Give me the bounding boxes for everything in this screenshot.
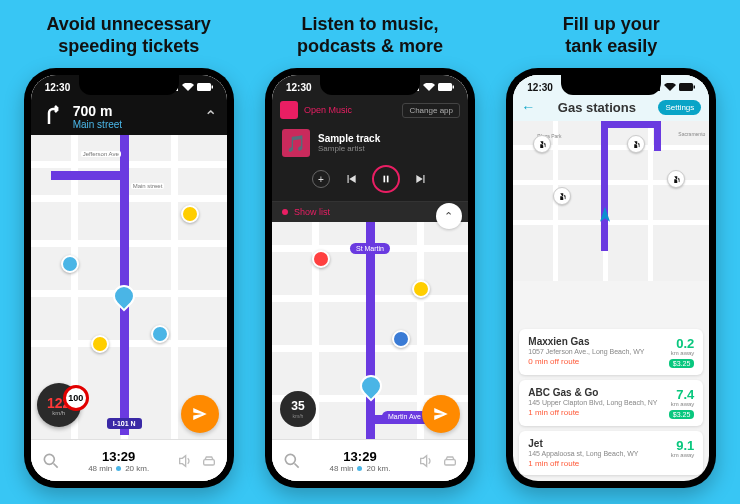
trip-remaining: 20 km. [366,464,390,473]
search-icon[interactable] [282,451,302,471]
album-art: 🎵 [282,129,310,157]
wifi-icon [423,83,435,91]
station-name: ABC Gas & Go [528,387,660,398]
panel-2: Listen to music, podcasts & more St Mart… [257,12,482,504]
notch [561,75,661,95]
next-icon[interactable] [414,172,428,186]
trip-duration: 48 min [329,464,353,473]
station-distance: 0.2 [676,336,694,351]
speed-limit-sign: 100 [63,385,89,411]
heading-2: Listen to music, podcasts & more [297,12,443,60]
svg-rect-7 [203,459,214,464]
status-time: 12:30 [527,82,553,93]
svg-rect-8 [383,176,385,183]
sound-icon[interactable] [418,453,434,469]
station-address: 145 Appaloosa st, Long Beach, WY [528,450,662,457]
nav-distance: 700 m [73,103,122,119]
station-address: 1057 Jeferson Ave., Long Beach, WY [528,348,660,355]
street-pill-1: St Martin [350,243,390,254]
carpool-icon[interactable] [442,453,458,469]
status-time: 12:30 [45,82,71,93]
track-artist: Sample artist [318,144,458,153]
station-card[interactable]: Jet 145 Appaloosa st, Long Beach, WY 1 m… [519,431,703,475]
map-user-pin[interactable] [392,330,410,348]
collapse-button[interactable]: ⌃ [436,203,462,229]
arrival-time: 13:29 [61,449,177,464]
report-button[interactable] [422,395,460,433]
gas-pin[interactable] [553,187,571,205]
report-button[interactable] [181,395,219,433]
svg-point-16 [285,454,295,464]
notch [320,75,420,95]
station-list: Maxxien Gas 1057 Jeferson Ave., Long Bea… [519,329,703,475]
track-name: Sample track [318,133,458,144]
chevron-up-icon[interactable]: ⌃ [204,107,217,126]
svg-rect-4 [197,83,211,91]
report-icon [432,405,450,423]
gas-pin[interactable] [533,135,551,153]
search-icon[interactable] [41,451,61,471]
gas-pin[interactable] [627,135,645,153]
station-offroute: 1 min off route [528,459,662,468]
battery-icon [438,83,454,91]
speed-unit: km/h [293,413,304,419]
settings-button[interactable]: Settings [658,100,701,115]
svg-point-6 [44,454,54,464]
station-distance-unit: km away [671,452,695,458]
station-distance: 9.1 [676,438,694,453]
road-label-1: Jefferson Ave [81,151,121,157]
bottom-bar: 13:29 48 min20 km. [272,439,468,481]
map-car-pin[interactable] [151,325,169,343]
change-app-button[interactable]: Change app [402,103,460,118]
trip-duration: 48 min [88,464,112,473]
svg-rect-22 [679,83,693,91]
station-name: Jet [528,438,662,449]
speed-unit: km/h [52,410,65,416]
sound-icon[interactable] [177,453,193,469]
panel-1: Avoid unnecessary speeding tickets Jeffe… [16,12,241,504]
map-hazard-pin[interactable] [91,335,109,353]
svg-rect-5 [211,86,213,89]
gas-pin[interactable] [667,170,685,188]
nav-arrow-icon [595,205,615,225]
arrival-time: 13:29 [302,449,418,464]
phone-3: Plaza Park Sacramento ← Gas stations Set… [506,68,716,488]
map-hazard-pin[interactable] [181,205,199,223]
station-card[interactable]: Maxxien Gas 1057 Jeferson Ave., Long Bea… [519,329,703,375]
street-pill-2: Martin Ave [382,411,427,422]
nav-street: Main street [73,119,122,130]
wifi-icon [664,83,676,91]
map-alert-pin[interactable] [312,250,330,268]
carpool-icon[interactable] [201,453,217,469]
add-button[interactable]: + [312,170,330,188]
open-music-link[interactable]: Open Music [304,105,352,115]
screen-1: Jefferson Ave Main street I-101 N 700 m … [31,75,227,481]
report-icon [191,405,209,423]
speed-value: 35 [291,399,304,413]
svg-rect-9 [387,176,389,183]
heading-3: Fill up your tank easily [563,12,660,60]
pause-button[interactable] [372,165,400,193]
phone-2: St Martin Martin Ave Open Music Change a… [265,68,475,488]
route-label: I-101 N [107,418,142,429]
wifi-icon [182,83,194,91]
back-button[interactable]: ← [521,99,535,115]
road-label-2: Main street [131,183,165,189]
screen-2: St Martin Martin Ave Open Music Change a… [272,75,468,481]
station-card[interactable]: ABC Gas & Go 145 Upper Clapton Blvd, Lon… [519,380,703,426]
station-name: Maxxien Gas [528,336,660,347]
map-car-pin[interactable] [61,255,79,273]
pause-icon [381,174,391,184]
speedometer[interactable]: 35 km/h [280,391,316,427]
prev-icon[interactable] [344,172,358,186]
bottom-bar: 13:29 48 min20 km. [31,439,227,481]
map-label-2: Sacramento [678,131,705,137]
turn-right-icon [41,104,65,128]
phone-1: Jefferson Ave Main street I-101 N 700 m … [24,68,234,488]
battery-icon [679,83,695,91]
station-distance: 7.4 [676,387,694,402]
page-title: Gas stations [541,100,652,115]
screen-3: Plaza Park Sacramento ← Gas stations Set… [513,75,709,481]
map-hazard-pin[interactable] [412,280,430,298]
station-price: $3.25 [669,359,695,368]
